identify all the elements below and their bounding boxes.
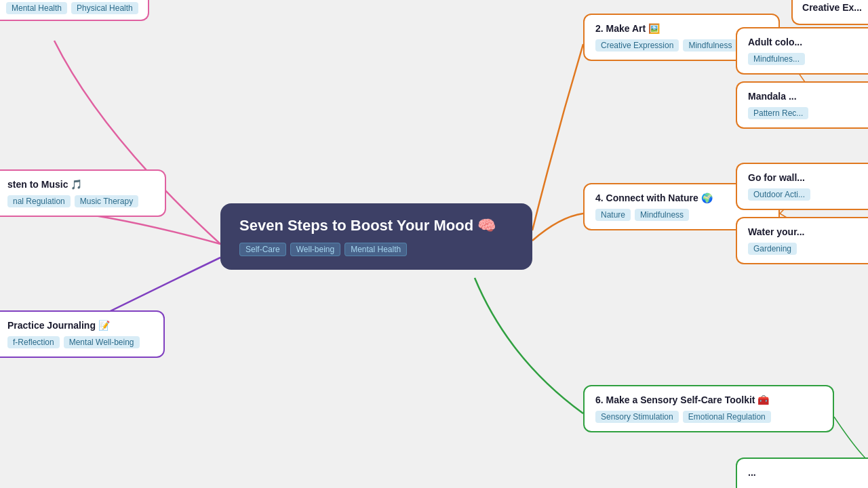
tag-music-therapy: Music Therapy — [75, 195, 138, 207]
go-walk-title: Go for wall... — [748, 172, 861, 183]
tag-emotional-reg: nal Regulation — [7, 195, 71, 207]
node-journal[interactable]: Practice Journaling 📝 f-Reflection Menta… — [0, 310, 165, 358]
tag-self-reflection: f-Reflection — [7, 336, 60, 348]
tag-mindfulness-nature: Mindfulness — [635, 209, 689, 221]
node-sensory-title: 6. Make a Sensory Self-Care Toolkit 🧰 — [595, 394, 822, 405]
tag-outdoor: Outdoor Acti... — [748, 188, 810, 201]
tag-creative-expr: Creative Expression — [595, 39, 679, 52]
tag-emotional-reg-sensory: Emotional Regulation — [683, 411, 771, 423]
tag-sensory-stim: Sensory Stimulation — [595, 411, 679, 423]
node-adult-coloring[interactable]: Adult colo... Mindfulnes... — [736, 27, 868, 75]
creative-expr-title: Creative Ex... — [802, 2, 862, 13]
node-creative-expr-partial: Creative Ex... — [791, 0, 868, 25]
tag-pattern-rec: Pattern Rec... — [748, 107, 808, 119]
tag-mental-health-center: Mental Health — [344, 243, 407, 256]
node-water-plants[interactable]: Water your... Gardening — [736, 217, 868, 264]
node-center[interactable]: Seven Steps to Boost Your Mood 🧠 Self-Ca… — [220, 203, 532, 270]
mandala-title: Mandala ... — [748, 91, 861, 102]
center-title: Seven Steps to Boost Your Mood 🧠 — [239, 217, 513, 235]
tag-wellbeing: Well-being — [290, 243, 340, 256]
tag-mental-wellbeing: Mental Well-being — [64, 336, 140, 348]
tag-mental-health: Mental Health — [6, 2, 67, 14]
node-green-partial: ... — [736, 458, 868, 488]
tag-mindfulness-art: Mindfulness — [683, 39, 737, 52]
tag-nature: Nature — [595, 209, 631, 221]
green-partial-title: ... — [748, 467, 861, 478]
tag-mindfulness-colo: Mindfulnes... — [748, 53, 805, 65]
node-top-left: Mental Health Physical Health — [0, 0, 149, 21]
tag-physical-health: Physical Health — [71, 2, 138, 14]
water-title: Water your... — [748, 226, 861, 237]
node-go-walk[interactable]: Go for wall... Outdoor Acti... — [736, 163, 868, 210]
adult-colo-title: Adult colo... — [748, 37, 861, 47]
tag-gardening: Gardening — [748, 243, 797, 255]
node-sensory-toolkit[interactable]: 6. Make a Sensory Self-Care Toolkit 🧰 Se… — [583, 385, 834, 432]
node-listen-music[interactable]: sten to Music 🎵 nal Regulation Music The… — [0, 169, 166, 217]
tag-self-care: Self-Care — [239, 243, 286, 256]
node-mandala[interactable]: Mandala ... Pattern Rec... — [736, 81, 868, 129]
node-journal-title: Practice Journaling 📝 — [7, 320, 153, 331]
node-listen-title: sten to Music 🎵 — [7, 179, 154, 190]
